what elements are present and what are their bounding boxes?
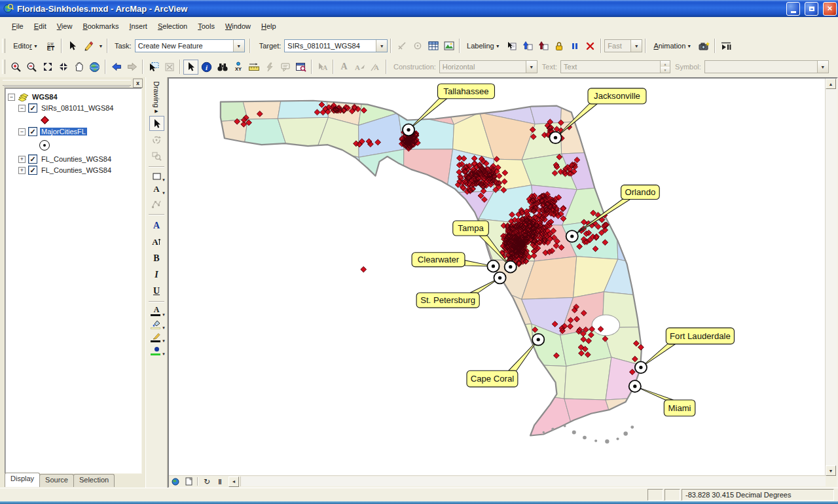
toolbar-gripper[interactable] (2, 60, 5, 74)
fill-color-button[interactable]: ▼ (148, 317, 165, 331)
label-manager-icon[interactable] (504, 39, 519, 54)
editor-toolbar-icon[interactable]: GW ET (43, 39, 58, 54)
city-callout-cape-coral[interactable]: Cape Coral (467, 334, 544, 387)
menu-selection[interactable]: Selection (153, 20, 192, 33)
font-size-button[interactable]: A (149, 234, 164, 249)
layer-symbol-row[interactable] (42, 114, 141, 126)
sketch-properties-icon[interactable] (441, 39, 456, 54)
layer-row-sirs[interactable]: − ✓ SIRs_081011_WGS84 (18, 103, 141, 113)
tab-display[interactable]: Display (5, 473, 40, 487)
select-elements-icon[interactable] (149, 116, 164, 131)
sketch-tool-dropdown[interactable]: ▼ (96, 39, 104, 54)
find-binoculars-icon[interactable] (215, 60, 230, 75)
refresh-view-button[interactable]: ↻ (200, 477, 213, 486)
toc-root-row[interactable]: − WGS84 (8, 92, 141, 102)
select-features-icon[interactable] (146, 60, 161, 75)
layer-checkbox[interactable]: ✓ (28, 166, 37, 175)
horizontal-scrollbar-track[interactable] (240, 477, 826, 486)
menu-bookmarks[interactable]: Bookmarks (77, 20, 124, 33)
fixed-zoom-in-icon[interactable] (40, 60, 55, 75)
animation-menu-button[interactable]: Animation ▼ (649, 39, 696, 54)
text-tool-button[interactable]: A ▼ (148, 183, 165, 196)
identify-icon[interactable]: i (199, 60, 214, 75)
font-button[interactable]: A (149, 218, 164, 233)
close-button[interactable]: × (823, 2, 837, 16)
toc-close-button[interactable]: x (133, 79, 143, 88)
pan-hand-icon[interactable] (71, 60, 86, 75)
select-elements-icon[interactable] (183, 60, 198, 75)
task-combobox[interactable]: Create New Feature ▼ (135, 39, 245, 52)
map-canvas[interactable]: TallahasseeJacksonvilleOrlandoTampaClear… (169, 79, 826, 476)
stop-labeling-icon[interactable] (583, 39, 598, 54)
drawing-menu-arrow-icon[interactable]: ▶ (155, 109, 158, 114)
layout-view-button[interactable] (182, 477, 195, 486)
scroll-down-button[interactable]: ▼ (826, 465, 836, 476)
go-to-xy-icon[interactable]: XY (230, 60, 246, 75)
shape-tool-button[interactable]: ▼ (148, 170, 165, 183)
layer-symbol-row[interactable] (39, 137, 141, 153)
sketch-tool-pencil-icon[interactable] (81, 39, 96, 54)
full-extent-globe-icon[interactable] (87, 60, 102, 75)
collapse-icon[interactable]: − (18, 105, 26, 112)
city-callout-fort-lauderdale[interactable]: Fort Lauderdale (635, 328, 735, 373)
data-view-button[interactable] (169, 477, 182, 486)
layer-checkbox[interactable]: ✓ (28, 103, 37, 113)
capture-animation-icon[interactable] (697, 39, 712, 54)
font-color-button[interactable]: A ▼ (148, 304, 165, 317)
vertical-scrollbar[interactable]: ▲ ▼ (825, 79, 837, 476)
drawing-toolbar-label[interactable]: Drawing (153, 81, 160, 107)
restore-button[interactable] (805, 2, 818, 16)
scroll-up-button[interactable]: ▲ (826, 79, 836, 89)
menu-help[interactable]: Help (256, 20, 282, 33)
create-viewer-window-icon[interactable] (293, 60, 308, 75)
underline-button[interactable]: U (149, 283, 164, 298)
pause-labeling-icon[interactable] (567, 39, 582, 54)
menu-tools[interactable]: Tools (192, 20, 220, 33)
expand-icon[interactable]: + (18, 167, 26, 174)
pause-drawing-button[interactable]: ‖ (213, 477, 227, 486)
back-extent-icon[interactable] (109, 60, 124, 75)
menu-window[interactable]: Window (220, 20, 256, 33)
city-callout-miami[interactable]: Miami (629, 380, 695, 416)
menu-file[interactable]: File (7, 20, 29, 33)
tab-selection[interactable]: Selection (73, 474, 115, 487)
scroll-left-button[interactable]: ◄ (228, 477, 239, 487)
label-weight-icon[interactable] (536, 39, 551, 54)
florida-map[interactable]: TallahasseeJacksonvilleOrlandoTampaClear… (169, 79, 826, 476)
layer-row-counties-2[interactable]: + ✓ FL_Counties_WGS84 (18, 165, 141, 175)
lock-labels-icon[interactable] (551, 39, 566, 54)
menu-edit[interactable]: Edit (29, 20, 52, 33)
zoom-in-icon[interactable] (9, 60, 24, 75)
collapse-icon[interactable]: − (18, 128, 26, 135)
labeling-menu-button[interactable]: Labeling ▼ (463, 39, 503, 54)
layer-checkbox[interactable]: ✓ (28, 127, 37, 136)
expand-icon[interactable]: + (18, 156, 26, 163)
toc-gripper[interactable]: x (1, 79, 143, 86)
marker-color-button[interactable]: ▼ (148, 344, 165, 357)
attributes-table-icon[interactable] (426, 39, 441, 54)
italic-button[interactable]: I (149, 267, 164, 282)
bold-button[interactable]: B (149, 251, 164, 266)
layer-row-majorcities[interactable]: − ✓ MajorCitiesFL (18, 126, 141, 137)
city-callout-clearwater[interactable]: Clearwater (412, 253, 499, 272)
collapse-icon[interactable]: − (8, 94, 15, 101)
minimize-button[interactable] (786, 2, 800, 16)
target-combobox[interactable]: SIRs_081011_WGS84 ▼ (284, 39, 388, 52)
animation-controls-icon[interactable] (718, 39, 733, 54)
city-callout-st-petersburg[interactable]: St. Petersburg (416, 272, 505, 308)
fixed-zoom-out-icon[interactable] (56, 60, 71, 75)
menu-insert[interactable]: Insert (124, 20, 153, 33)
city-marker-dot (633, 385, 636, 388)
layer-checkbox[interactable]: ✓ (28, 154, 37, 164)
label-priority-icon[interactable] (520, 39, 535, 54)
zoom-out-icon[interactable] (24, 60, 39, 75)
tab-source[interactable]: Source (39, 474, 74, 487)
editor-menu-button[interactable]: Editor ▼ (9, 39, 43, 54)
menu-view[interactable]: View (52, 20, 78, 33)
measure-icon[interactable] (246, 60, 261, 75)
layer-row-counties-1[interactable]: + ✓ FL_Counties_WGS84 (18, 154, 141, 164)
text-arrow-tool-icon: A (352, 60, 367, 75)
toolbar-gripper[interactable] (2, 39, 5, 53)
edit-tool-arrow-icon[interactable] (65, 39, 80, 54)
line-color-button[interactable]: ▼ (148, 331, 165, 344)
